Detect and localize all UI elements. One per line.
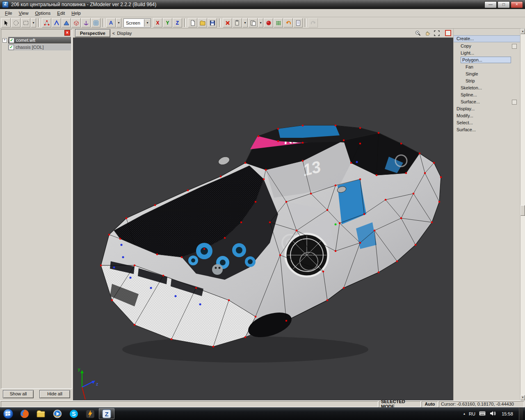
viewport-3d[interactable]: RDS 13	[73, 38, 453, 400]
menu-file[interactable]: File	[2, 10, 16, 16]
menu-bar: File View Options Edit Help	[0, 9, 525, 17]
cmd-modify[interactable]: Modify...	[454, 112, 520, 119]
visibility-checkbox[interactable]: ✓	[9, 45, 14, 50]
tree-item-comet[interactable]: + ✓ comet.wft	[2, 37, 71, 43]
cmd-copy-checkbox[interactable]	[512, 44, 517, 49]
show-all-button[interactable]: Show all	[3, 390, 34, 398]
axes-icon	[84, 21, 88, 25]
select-lasso-button[interactable]	[11, 18, 21, 27]
taskbar-skype[interactable]: S	[66, 408, 82, 419]
cmd-display[interactable]: Display...	[454, 105, 520, 112]
maximize-view-button[interactable]	[433, 30, 441, 37]
perspective-tab[interactable]: Perspective	[75, 29, 110, 37]
maximize-button[interactable]: □	[498, 1, 510, 8]
cmd-polygon[interactable]: Polygon...	[454, 57, 520, 64]
taskbar: S Z ▴ RU	[0, 407, 525, 420]
show-desktop-button[interactable]	[519, 407, 523, 420]
vertices-mode-button[interactable]	[42, 18, 51, 27]
copy-buffer-dropdown[interactable]: ▾	[242, 18, 248, 27]
scene-tree[interactable]: × + ✓ comet.wft ✓ chassis [COL]	[1, 29, 72, 389]
axis-y-label: y	[78, 367, 80, 372]
scroll-down-button[interactable]: ▼	[520, 395, 525, 400]
cmd-surface[interactable]: Surface...	[454, 126, 520, 133]
start-button[interactable]	[0, 407, 16, 420]
redo-button[interactable]	[308, 18, 318, 27]
minimize-button[interactable]: —	[484, 1, 497, 8]
cmd-single[interactable]: Single	[454, 71, 520, 78]
tree-item-chassis[interactable]: ✓ chassis [COL]	[8, 44, 71, 50]
undo-button[interactable]	[283, 18, 293, 27]
save-file-button[interactable]	[208, 18, 217, 27]
status-auto-toggle[interactable]: Auto	[422, 401, 438, 407]
cmd-spline[interactable]: Spline...	[454, 91, 520, 98]
open-file-button[interactable]	[198, 18, 207, 27]
cmd-fan[interactable]: Fan	[454, 64, 520, 71]
select-mode-dropdown[interactable]: ▾	[31, 18, 36, 27]
winamp-icon	[85, 409, 95, 419]
log-button[interactable]	[293, 18, 303, 27]
material-editor-button[interactable]	[264, 18, 273, 27]
grid-settings-button[interactable]	[274, 18, 283, 27]
tree-expander-icon[interactable]: +	[2, 38, 7, 43]
select-arrow-button[interactable]	[1, 18, 11, 27]
command-panel: Create... Copy Light... Polygon... Fan S…	[453, 29, 520, 400]
menu-options[interactable]: Options	[32, 10, 54, 16]
cmd-strip[interactable]: Strip	[454, 78, 520, 84]
cmd-surface-checkbox[interactable]	[512, 100, 517, 105]
title-bar[interactable]: Z 206 кол центральный половинка - ZModel…	[0, 0, 525, 9]
taskbar-media-player[interactable]	[50, 408, 65, 419]
polygons-mode-button[interactable]	[62, 18, 71, 27]
close-button[interactable]: ×	[511, 1, 523, 8]
taskbar-explorer[interactable]	[33, 408, 49, 419]
viewport-mode-label[interactable]: Display	[117, 31, 132, 36]
pan-tool-button[interactable]	[424, 30, 431, 37]
delete-button[interactable]	[223, 18, 232, 27]
dropdown-arrow-icon[interactable]: ▾	[144, 19, 151, 27]
cmd-select[interactable]: Select...	[454, 119, 520, 126]
close-panel-button[interactable]: ×	[64, 30, 70, 36]
viewport-config-button[interactable]	[445, 30, 451, 36]
volume-icon[interactable]	[489, 411, 496, 417]
axis-y-button[interactable]: Y	[163, 18, 172, 27]
taskbar-winamp[interactable]	[82, 408, 98, 419]
scroll-up-button[interactable]: ▲	[520, 29, 525, 34]
new-file-button[interactable]	[188, 18, 197, 27]
paste-buffer-dropdown[interactable]: ▾	[258, 18, 263, 27]
visibility-checkbox[interactable]: ✓	[9, 38, 14, 43]
uv-mode-button[interactable]	[91, 18, 100, 27]
toolbar-separator	[184, 18, 186, 27]
language-indicator[interactable]: RU	[469, 411, 475, 416]
font-dropdown[interactable]: ▾	[116, 18, 121, 27]
cmd-light[interactable]: Light...	[454, 50, 520, 57]
command-panel-scrollbar[interactable]: ▲ ▼	[520, 29, 525, 400]
clock[interactable]: 15:58	[500, 411, 515, 416]
scrollbar-thumb[interactable]	[520, 205, 525, 216]
taskbar-zmodeler[interactable]: Z	[99, 408, 114, 419]
menu-edit[interactable]: Edit	[54, 10, 68, 16]
status-selected-mode: SELECTED MODE	[379, 401, 421, 407]
cmd-create[interactable]: Create...	[454, 35, 520, 42]
app-icon: Z	[2, 1, 9, 8]
copy-buffer-button[interactable]	[233, 18, 242, 27]
keyboard-layout-icon[interactable]	[479, 411, 486, 417]
menu-view[interactable]: View	[16, 10, 32, 16]
taskbar-firefox[interactable]	[17, 408, 32, 419]
axes-mode-button[interactable]	[81, 18, 91, 27]
viewport-back-arrow[interactable]: <	[112, 31, 115, 36]
hidden-icons-button[interactable]: ▴	[463, 412, 465, 415]
axis-z-button[interactable]: Z	[173, 18, 182, 27]
select-rect-button[interactable]	[21, 18, 30, 27]
zoom-tool-button[interactable]	[414, 30, 422, 37]
cmd-copy[interactable]: Copy	[454, 43, 520, 50]
paste-buffer-button[interactable]	[248, 18, 258, 27]
svg-text:S: S	[72, 411, 75, 417]
cmd-surface-sub[interactable]: Surface...	[454, 98, 520, 105]
screen-dropdown[interactable]: Screen ▾	[123, 18, 151, 27]
objects-mode-button[interactable]	[71, 18, 81, 27]
edges-mode-button[interactable]	[52, 18, 61, 27]
font-button[interactable]: A	[106, 18, 116, 27]
axis-x-button[interactable]: X	[153, 18, 162, 27]
menu-help[interactable]: Help	[68, 10, 84, 16]
hide-all-button[interactable]: Hide all	[39, 390, 70, 398]
cmd-skeleton[interactable]: Skeleton...	[454, 84, 520, 91]
